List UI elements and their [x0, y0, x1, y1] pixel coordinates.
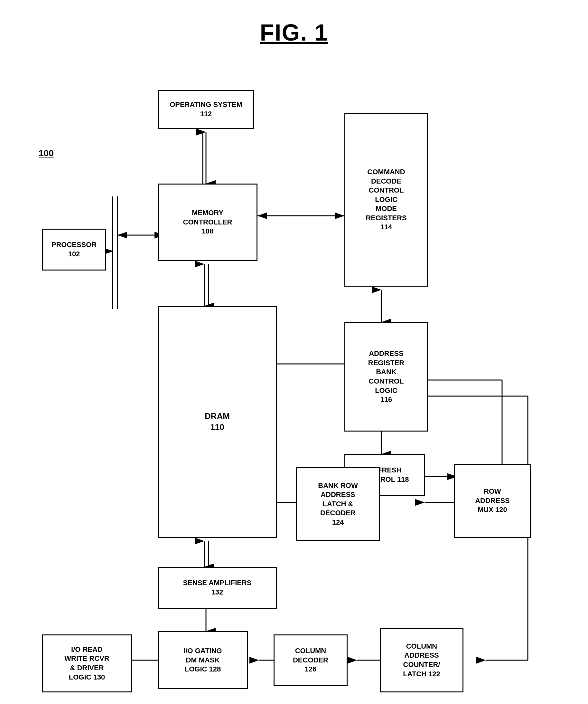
block-address-register: ADDRESSREGISTERBANKCONTROLLOGIC116: [344, 322, 428, 431]
block-column-decoder: COLUMNDECODER126: [274, 634, 347, 686]
block-bank-row-address: BANK ROWADDRESSLATCH &DECODER124: [296, 467, 380, 541]
block-operating-system: OPERATING SYSTEM112: [158, 90, 254, 129]
block-command-decode: COMMANDDECODECONTROLLOGICMODEREGISTERS11…: [344, 113, 428, 287]
block-processor: PROCESSOR102: [42, 229, 106, 271]
block-io-gating: I/O GATINGDM MASKLOGIC 128: [158, 631, 248, 689]
block-sense-amplifiers: SENSE AMPLIFIERS132: [158, 567, 277, 609]
block-memory-controller: MEMORYCONTROLLER108: [158, 184, 257, 261]
block-io-read-write: I/O READWRITE RCVR& DRIVERLOGIC 130: [42, 634, 132, 692]
block-dram: DRAM110: [158, 306, 277, 538]
page-title: FIG. 1: [0, 0, 588, 46]
block-row-address-mux: ROWADDRESSMUX 120: [454, 464, 531, 538]
label-100: 100: [39, 148, 54, 159]
block-column-address-counter: COLUMNADDRESSCOUNTER/LATCH 122: [380, 628, 463, 692]
